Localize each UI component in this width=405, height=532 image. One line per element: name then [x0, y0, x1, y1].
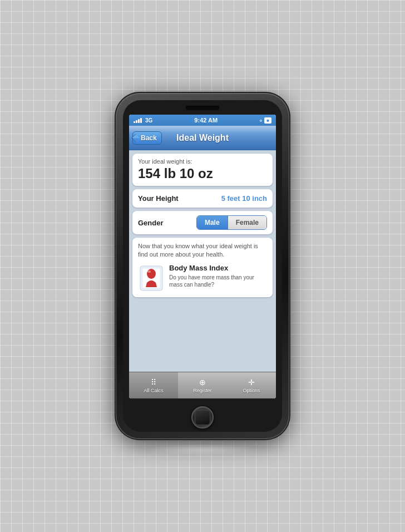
- all-calcs-icon: ⠿: [151, 378, 156, 387]
- status-right: ⬦ ■: [259, 117, 271, 124]
- tab-all-calcs[interactable]: ⠿ All Calcs: [129, 372, 178, 398]
- back-label: Back: [141, 134, 157, 142]
- weight-result-label: Your ideal weight is:: [138, 158, 267, 165]
- signal-bar-3: [138, 119, 140, 123]
- tab-options[interactable]: ✛ Options: [227, 372, 276, 398]
- tab-bar: ⠿ All Calcs ⊕ Register ✛ Options: [129, 372, 276, 398]
- register-label: Register: [193, 388, 212, 393]
- screen: 3G 9:42 AM ⬦ ■ Back Ideal Weight You: [129, 115, 276, 398]
- phone-device: 3G 9:42 AM ⬦ ■ Back Ideal Weight You: [116, 93, 289, 439]
- speaker: [186, 106, 219, 110]
- register-icon: ⊕: [199, 378, 206, 387]
- male-button[interactable]: Male: [197, 216, 228, 229]
- home-button-inner: [195, 410, 210, 425]
- height-value: 5 feet 10 inch: [221, 194, 267, 203]
- info-text: Now that you know what your ideal weight…: [138, 242, 267, 259]
- gender-toggle: Male Female: [196, 215, 267, 230]
- content-area: Your ideal weight is: 154 lb 10 oz Your …: [129, 150, 276, 372]
- home-button[interactable]: [191, 406, 214, 428]
- bmi-card[interactable]: Body Mass Index Do you have more mass th…: [138, 264, 267, 293]
- status-bar: 3G 9:42 AM ⬦ ■: [129, 115, 276, 126]
- bluetooth-icon: ⬦: [259, 117, 262, 123]
- nav-title: Ideal Weight: [176, 133, 229, 143]
- svg-point-2: [147, 269, 156, 279]
- weight-result-value: 154 lb 10 oz: [138, 166, 267, 181]
- info-section: Now that you know what your ideal weight…: [132, 238, 273, 297]
- bmi-description: Do you have more mass than your mass can…: [169, 274, 267, 288]
- signal-bars: [134, 117, 142, 123]
- home-button-area: [191, 403, 214, 432]
- network-label: 3G: [145, 117, 152, 124]
- svg-point-3: [147, 270, 151, 273]
- time-display: 9:42 AM: [194, 117, 218, 124]
- height-label: Your Height: [138, 194, 179, 203]
- reflection: [147, 444, 258, 455]
- phone-inner: 3G 9:42 AM ⬦ ■ Back Ideal Weight You: [123, 100, 282, 432]
- bmi-title: Body Mass Index: [169, 264, 267, 272]
- bmi-text: Body Mass Index Do you have more mass th…: [169, 264, 267, 288]
- bmi-icon: [138, 264, 165, 293]
- all-calcs-label: All Calcs: [144, 388, 163, 393]
- nav-bar: Back Ideal Weight: [129, 126, 276, 150]
- signal-bar-2: [136, 120, 137, 123]
- options-icon: ✛: [248, 378, 255, 387]
- height-row[interactable]: Your Height 5 feet 10 inch: [132, 189, 273, 208]
- status-left: 3G: [134, 117, 152, 124]
- gender-row: Gender Male Female: [132, 211, 273, 234]
- signal-bar-1: [134, 121, 135, 123]
- gender-label: Gender: [138, 219, 164, 227]
- tab-register[interactable]: ⊕ Register: [178, 372, 227, 398]
- signal-bar-4: [140, 118, 142, 123]
- back-button[interactable]: Back: [132, 131, 162, 145]
- battery-icon: ■: [264, 117, 271, 124]
- weight-result-card: Your ideal weight is: 154 lb 10 oz: [132, 154, 273, 186]
- options-label: Options: [243, 388, 260, 393]
- female-button[interactable]: Female: [228, 216, 266, 229]
